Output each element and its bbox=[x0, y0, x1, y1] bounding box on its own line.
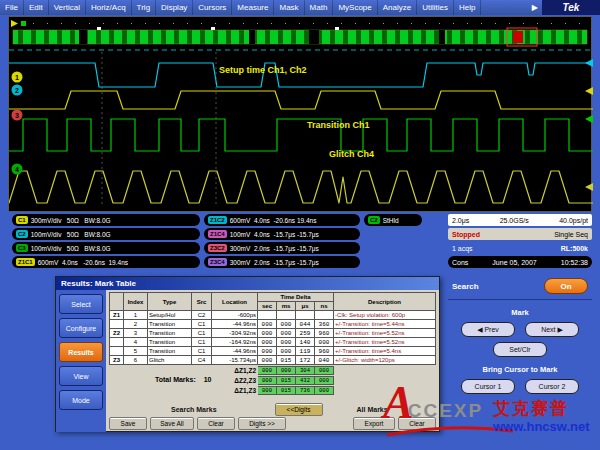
table-row[interactable]: Z2 3 Transition C1 -304.92ns 000 000 259… bbox=[110, 329, 436, 338]
tek-logo: Tek bbox=[542, 0, 600, 15]
menu-cursors[interactable]: Cursors bbox=[193, 0, 232, 15]
channel-badge-3[interactable]: 3 bbox=[12, 110, 23, 121]
table-row[interactable]: 2 Transition C1 -44.96ns 000 000 044 360… bbox=[110, 320, 436, 329]
search-on-button[interactable]: On bbox=[544, 278, 588, 294]
tab-mode[interactable]: Mode bbox=[59, 390, 103, 410]
zone-z3-tick bbox=[335, 27, 339, 30]
mark-label: Mark bbox=[444, 308, 596, 317]
readout-z3c2[interactable]: Z3C2 300mV 2.0ns -15.7μs -15.7μs bbox=[204, 242, 360, 254]
svg-text:2: 2 bbox=[15, 87, 19, 94]
annotation-transition: Transition Ch1 bbox=[307, 120, 370, 130]
dialog-sidebar: Select Configure Results View Mode bbox=[56, 290, 106, 432]
menu-vertical[interactable]: Vertical bbox=[49, 0, 86, 15]
svg-text:3: 3 bbox=[15, 112, 19, 119]
watermark-logo: A CCEXP bbox=[383, 383, 483, 422]
readout-ch3[interactable]: C3 100mV/div 50Ω BW:8.0G bbox=[12, 242, 200, 254]
z3c2-settings: 300mV 2.0ns -15.7μs -15.7μs bbox=[230, 245, 319, 252]
acquisition-status: Stopped Single Seq bbox=[448, 228, 592, 240]
channel-badge-1[interactable]: 1 bbox=[12, 72, 23, 83]
ch3-settings: 100mV/div 50Ω BW:8.0G bbox=[31, 245, 111, 252]
ch1-settings: 300mV/div 50Ω BW:8.0G bbox=[31, 217, 111, 224]
menu-myscope[interactable]: MyScope bbox=[333, 0, 377, 15]
menu-display[interactable]: Display bbox=[156, 0, 193, 15]
zone-delta-row: ΔZ1,Z2 000 000 304 000 bbox=[226, 365, 334, 375]
menu-bar: File Edit Vertical Horiz/Acq Trig Displa… bbox=[0, 0, 600, 15]
menu-file[interactable]: File bbox=[0, 0, 24, 15]
search-marks-label: Search Marks bbox=[171, 406, 217, 413]
dialog-title-bar[interactable]: Results: Mark Table bbox=[56, 277, 439, 290]
channel-badge-2[interactable]: 2 bbox=[12, 85, 23, 96]
menu-help[interactable]: Help bbox=[454, 0, 481, 15]
acq-status-text: Stopped bbox=[452, 231, 480, 238]
save-button[interactable]: Save bbox=[109, 417, 147, 430]
ref-marker-ch3 bbox=[585, 115, 593, 123]
table-row[interactable]: 4 Transition C1 -164.92ns 000 000 140 00… bbox=[110, 338, 436, 347]
menu-trig[interactable]: Trig bbox=[132, 0, 156, 15]
trace-ch4 bbox=[9, 171, 593, 203]
z1c1-settings: 600mV 4.0ns -20.6ns 19.4ns bbox=[38, 259, 128, 266]
oscilloscope-screen: File Edit Vertical Horiz/Acq Trig Displa… bbox=[0, 0, 600, 450]
z1c2-badge: Z1C2 bbox=[208, 216, 227, 224]
readout-z3c4[interactable]: Z3C4 300mV 2.0ns -15.7μs -15.7μs bbox=[204, 256, 360, 268]
menu-mask[interactable]: Mask bbox=[274, 0, 304, 15]
ch2-settings: 100mV/div 50Ω BW:8.0G bbox=[31, 231, 111, 238]
readout-z1c4[interactable]: Z1C4 100mV 4.0ns -15.7μs -15.7μs bbox=[204, 228, 360, 240]
clear-button[interactable]: Clear bbox=[197, 417, 235, 430]
prev-mark-button[interactable]: ◀ Prev bbox=[461, 322, 515, 337]
run-arrow-icon: ▶ bbox=[528, 3, 542, 12]
menu-horizacq[interactable]: Horiz/Acq bbox=[86, 0, 132, 15]
menu-measure[interactable]: Measure bbox=[232, 0, 274, 15]
annotation-glitch: Glitch Ch4 bbox=[329, 149, 374, 159]
table-row[interactable]: Z3 6 Glitch C4 -15.734μs 000 015 172 040… bbox=[110, 356, 436, 365]
tab-select[interactable]: Select bbox=[59, 294, 103, 314]
ref-marker-ch1 bbox=[585, 87, 593, 95]
record-length: RL:500k bbox=[561, 245, 588, 252]
digits-in-button[interactable]: <<Digits bbox=[275, 403, 323, 416]
tab-configure[interactable]: Configure bbox=[59, 318, 103, 338]
channel-badge-4[interactable]: 4 bbox=[12, 164, 23, 175]
search-control-panel: Search On Mark ◀ Prev Next ▶ Set/Clr Bri… bbox=[444, 278, 596, 394]
z3c4-badge: Z3C4 bbox=[208, 258, 227, 266]
trigger-position-icon bbox=[11, 20, 18, 27]
table-row[interactable]: 5 Transition C1 -44.96ns 000 000 119 960… bbox=[110, 347, 436, 356]
acquisition-count: 1 acqs RL:500k bbox=[448, 242, 592, 254]
total-marks-value: 10 bbox=[204, 376, 212, 383]
menu-utilities[interactable]: Utilities bbox=[417, 0, 454, 15]
trace-ch3 bbox=[9, 119, 593, 151]
set-clear-mark-button[interactable]: Set/Clr bbox=[493, 342, 547, 357]
digits-out-button[interactable]: Digits >> bbox=[238, 417, 286, 430]
readout-z1c1[interactable]: Z1C1 600mV 4.0ns -20.6ns 19.4ns bbox=[12, 256, 200, 268]
ch3-badge: C3 bbox=[16, 244, 28, 252]
menu-edit[interactable]: Edit bbox=[24, 0, 49, 15]
zoom-highlight-fill bbox=[513, 31, 523, 43]
ch1-badge: C1 bbox=[16, 216, 28, 224]
readout-ch1[interactable]: C1 300mV/div 50Ω BW:8.0G bbox=[12, 214, 200, 226]
date-text: June 05, 2007 bbox=[492, 259, 536, 266]
sample-resolution: 40.0ps/pt bbox=[559, 217, 588, 224]
tab-view[interactable]: View bbox=[59, 366, 103, 386]
zone-deltas: ΔZ1,Z2 000 000 304 000 ΔZ2,Z3 000 015 43… bbox=[226, 365, 334, 395]
zone-z1-tick bbox=[97, 27, 101, 30]
menu-analyze[interactable]: Analyze bbox=[378, 0, 417, 15]
svg-text:1: 1 bbox=[15, 74, 19, 81]
panel-divider bbox=[448, 299, 592, 300]
z1c2-settings: 600mV 4.0ns -20.6ns 19.4ns bbox=[230, 217, 317, 224]
watermark-text: CCEXP bbox=[408, 400, 483, 422]
next-mark-button[interactable]: Next ▶ bbox=[525, 322, 579, 337]
annotation-setup-time: Setup time Ch1, Ch2 bbox=[219, 65, 307, 75]
z3c4-settings: 300mV 2.0ns -15.7μs -15.7μs bbox=[230, 259, 319, 266]
timebase-readout[interactable]: 2.0μs 25.0GS/s 40.0ps/pt bbox=[448, 214, 592, 226]
save-all-button[interactable]: Save All bbox=[150, 417, 194, 430]
menu-math[interactable]: Math bbox=[305, 0, 334, 15]
ch2-badge: C2 bbox=[16, 230, 28, 238]
readout-z1c2[interactable]: Z1C2 600mV 4.0ns -20.6ns 19.4ns bbox=[204, 214, 360, 226]
table-row[interactable]: Z1 1 Setup/Hol C2 -600ps -Clk: Setup vio… bbox=[110, 311, 436, 320]
readout-ch2[interactable]: C2 100mV/div 50Ω BW:8.0G bbox=[12, 228, 200, 240]
overview-strip[interactable] bbox=[13, 30, 587, 44]
timebase-scale: 2.0μs bbox=[452, 217, 469, 224]
tab-results[interactable]: Results bbox=[59, 342, 103, 362]
trigger-readout[interactable]: C2 StHld bbox=[364, 214, 422, 226]
zone-delta-row: ΔZ1,Z3 000 015 736 000 bbox=[226, 385, 334, 395]
z1c4-settings: 100mV 4.0ns -15.7μs -15.7μs bbox=[230, 231, 319, 238]
time-text: 10:52:38 bbox=[561, 259, 588, 266]
